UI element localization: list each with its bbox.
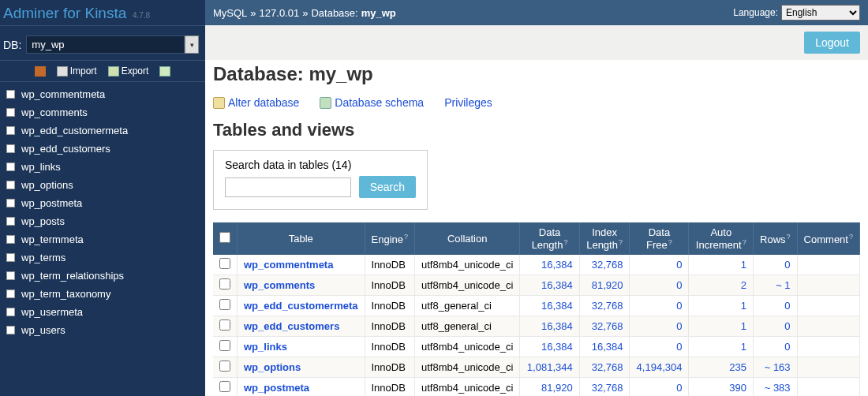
table-checkbox[interactable]	[6, 326, 15, 334]
sidebar-table-item[interactable]: wp_posts	[0, 212, 205, 230]
table-link[interactable]: wp_usermeta	[21, 306, 83, 318]
sidebar-table-item[interactable]: wp_terms	[0, 248, 205, 267]
db-input[interactable]	[26, 35, 185, 54]
column-header[interactable]: Auto Increment?	[689, 222, 754, 255]
table-name-link[interactable]: wp_postmeta	[244, 382, 309, 394]
sidebar-table-item[interactable]: wp_edd_customermeta	[0, 121, 205, 140]
sidebar-table-item[interactable]: wp_term_relationships	[0, 267, 205, 285]
index-length-cell[interactable]: 32,768	[579, 255, 630, 275]
index-length-cell[interactable]: 32,768	[579, 378, 630, 396]
table-link[interactable]: wp_termmeta	[21, 233, 84, 245]
row-checkbox[interactable]	[219, 258, 230, 269]
logout-button[interactable]: Logout	[804, 32, 860, 54]
rows-cell[interactable]: 0	[754, 337, 798, 357]
sidebar-table-item[interactable]: wp_users	[0, 321, 205, 339]
data-free-cell[interactable]: 0	[630, 275, 689, 296]
sidebar-table-item[interactable]: wp_postmeta	[0, 194, 205, 212]
sidebar-table-item[interactable]: wp_term_taxonomy	[0, 285, 205, 303]
table-checkbox[interactable]	[6, 217, 15, 226]
table-name-link[interactable]: wp_edd_customers	[244, 320, 339, 332]
help-icon[interactable]: ?	[787, 233, 791, 241]
db-select[interactable]: ▾	[26, 35, 199, 54]
help-icon[interactable]: ?	[563, 238, 567, 246]
data-length-cell[interactable]: 81,920	[520, 378, 579, 396]
table-name-link[interactable]: wp_commentmeta	[244, 259, 333, 271]
column-header[interactable]: Engine?	[365, 222, 415, 255]
table-checkbox[interactable]	[6, 181, 15, 189]
table-checkbox[interactable]	[6, 126, 15, 135]
rows-cell[interactable]: ~ 383	[754, 378, 798, 396]
table-link[interactable]: wp_edd_customermeta	[21, 125, 128, 136]
sidebar-table-item[interactable]: wp_comments	[0, 103, 205, 121]
column-header[interactable]: Comment?	[797, 222, 859, 255]
table-checkbox[interactable]	[6, 199, 15, 207]
table-checkbox[interactable]	[6, 271, 15, 280]
table-name-link[interactable]: wp_links	[244, 341, 287, 353]
table-checkbox[interactable]	[6, 108, 15, 117]
database-schema-link[interactable]: Database schema	[320, 96, 424, 109]
data-length-cell[interactable]: 16,384	[520, 337, 579, 357]
rows-cell[interactable]: ~ 1	[754, 275, 798, 296]
auto-increment-cell[interactable]: 1	[689, 337, 754, 357]
index-length-cell[interactable]: 32,768	[579, 296, 630, 316]
create-action[interactable]	[159, 65, 170, 77]
breadcrumb-host[interactable]: 127.0.01	[260, 7, 300, 19]
auto-increment-cell[interactable]: 1	[689, 296, 754, 316]
column-header[interactable]: Index Length?	[579, 222, 630, 255]
table-link[interactable]: wp_term_taxonomy	[21, 288, 110, 300]
sidebar-table-item[interactable]: wp_links	[0, 158, 205, 176]
row-checkbox[interactable]	[219, 299, 230, 310]
data-free-cell[interactable]: 0	[630, 296, 689, 316]
data-length-cell[interactable]: 16,384	[520, 255, 579, 275]
search-button[interactable]: Search	[359, 176, 416, 198]
table-link[interactable]: wp_users	[21, 324, 65, 336]
table-link[interactable]: wp_postmeta	[21, 197, 82, 209]
table-checkbox[interactable]	[6, 253, 15, 262]
data-length-cell[interactable]: 16,384	[520, 316, 579, 337]
help-icon[interactable]: ?	[619, 238, 623, 246]
auto-increment-cell[interactable]: 390	[689, 378, 754, 396]
table-checkbox[interactable]	[6, 290, 15, 298]
sidebar-table-item[interactable]: wp_termmeta	[0, 230, 205, 248]
table-name-link[interactable]: wp_edd_customermeta	[244, 300, 358, 312]
data-free-cell[interactable]: 4,194,304	[630, 357, 689, 378]
table-link[interactable]: wp_comments	[21, 106, 88, 118]
column-header[interactable]: Data Free?	[630, 222, 689, 255]
rows-cell[interactable]: 0	[754, 316, 798, 337]
index-length-cell[interactable]: 16,384	[579, 337, 630, 357]
row-checkbox[interactable]	[219, 278, 230, 290]
help-icon[interactable]: ?	[849, 233, 853, 241]
sidebar-table-item[interactable]: wp_options	[0, 176, 205, 194]
select-all-checkbox[interactable]	[219, 232, 230, 243]
row-checkbox[interactable]	[219, 340, 230, 351]
rows-cell[interactable]: ~ 163	[754, 357, 798, 378]
rows-cell[interactable]: 0	[754, 255, 798, 275]
table-checkbox[interactable]	[6, 90, 15, 99]
table-link[interactable]: wp_links	[21, 161, 61, 173]
data-length-cell[interactable]: 1,081,344	[520, 357, 579, 378]
data-free-cell[interactable]: 0	[630, 378, 689, 396]
index-length-cell[interactable]: 81,920	[579, 275, 630, 296]
column-header[interactable]: Collation	[415, 222, 520, 255]
column-header[interactable]: Table	[238, 222, 365, 255]
table-link[interactable]: wp_terms	[21, 252, 65, 263]
table-link[interactable]: wp_edd_customers	[21, 143, 110, 155]
table-checkbox[interactable]	[6, 308, 15, 316]
data-length-cell[interactable]: 16,384	[520, 275, 579, 296]
table-checkbox[interactable]	[6, 144, 15, 153]
row-checkbox[interactable]	[219, 319, 230, 331]
auto-increment-cell[interactable]: 235	[689, 357, 754, 378]
table-checkbox[interactable]	[6, 235, 15, 244]
logo-link[interactable]: Adminer for Kinsta	[3, 5, 126, 21]
table-checkbox[interactable]	[6, 163, 15, 171]
table-link[interactable]: wp_term_relationships	[21, 270, 124, 282]
rows-cell[interactable]: 0	[754, 296, 798, 316]
help-icon[interactable]: ?	[404, 233, 408, 241]
table-name-link[interactable]: wp_comments	[244, 279, 315, 291]
search-input[interactable]	[225, 177, 351, 197]
index-length-cell[interactable]: 32,768	[579, 357, 630, 378]
lang-select[interactable]: English	[781, 5, 860, 21]
privileges-link[interactable]: Privileges	[444, 96, 492, 109]
row-checkbox[interactable]	[219, 361, 230, 372]
sql-action[interactable]	[35, 65, 46, 77]
